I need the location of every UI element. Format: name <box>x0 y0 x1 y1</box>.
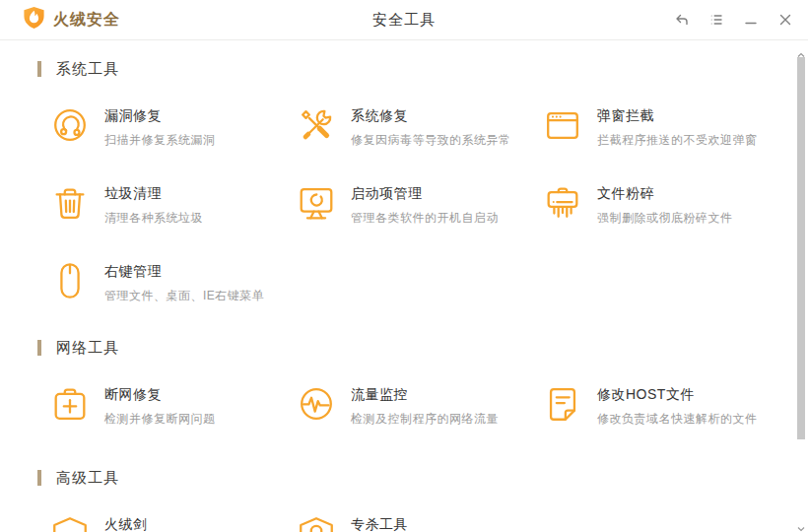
tool-item[interactable]: 垃圾清理清理各种系统垃圾 <box>49 182 296 227</box>
scrollbar-thumb[interactable] <box>797 57 805 439</box>
menu-button[interactable] <box>699 0 733 39</box>
tool-title: 文件粉碎 <box>597 185 733 203</box>
close-button[interactable] <box>768 0 802 39</box>
tool-desc: 修复因病毒等导致的系统异常 <box>351 132 511 149</box>
network-repair-icon <box>49 383 91 425</box>
popup-blocker-icon <box>542 104 583 146</box>
section: 系统工具漏洞修复扫描并修复系统漏洞系统修复修复因病毒等导致的系统异常弹窗拦截拦截… <box>37 59 794 338</box>
section-header: 高级工具 <box>37 468 794 488</box>
brand: 火绒安全 <box>0 5 120 34</box>
tool-title: 修改HOST文件 <box>597 386 758 404</box>
tool-desc: 管理文件、桌面、IE右键菜单 <box>104 288 264 304</box>
tool-title: 启动项管理 <box>351 185 499 203</box>
tool-desc: 强制删除或彻底粉碎文件 <box>597 210 733 227</box>
tool-text: 文件粉碎强制删除或彻底粉碎文件 <box>597 182 733 227</box>
tool-item[interactable]: 系统修复修复因病毒等导致的系统异常 <box>296 104 542 149</box>
tool-title: 火绒剑 <box>104 516 148 532</box>
tool-text: 垃圾清理清理各种系统垃圾 <box>104 182 203 227</box>
brand-name: 火绒安全 <box>53 10 120 31</box>
tool-title: 漏洞修复 <box>104 107 216 125</box>
tool-text: 系统修复修复因病毒等导致的系统异常 <box>351 104 511 149</box>
tools-list: 系统工具漏洞修复扫描并修复系统漏洞系统修复修复因病毒等导致的系统异常弹窗拦截拦截… <box>0 40 808 532</box>
traffic-monitor-icon <box>296 383 337 425</box>
file-shredder-icon <box>542 182 583 224</box>
minimize-button[interactable] <box>733 0 768 39</box>
section-items: 断网修复检测并修复断网问题流量监控检测及控制程序的网络流量修改HOST文件修改负… <box>37 383 794 461</box>
tool-item[interactable]: 文件粉碎强制删除或彻底粉碎文件 <box>542 182 788 227</box>
back-button[interactable] <box>664 0 699 39</box>
special-kill-icon <box>296 513 337 532</box>
tool-text: 右键管理管理文件、桌面、IE右键菜单 <box>104 260 264 304</box>
tool-item[interactable]: 火绒剑 <box>49 513 296 532</box>
section-accent-bar <box>37 340 41 356</box>
host-file-icon <box>542 383 583 425</box>
tool-title: 垃圾清理 <box>104 185 203 203</box>
tool-title: 断网修复 <box>104 386 216 404</box>
huorong-sword-icon <box>49 513 91 532</box>
tool-title: 流量监控 <box>351 386 499 404</box>
tool-desc: 检测并修复断网问题 <box>104 411 216 428</box>
tool-text: 启动项管理管理各类软件的开机自启动 <box>351 182 499 227</box>
tool-text: 漏洞修复扫描并修复系统漏洞 <box>104 104 216 149</box>
section: 高级工具火绒剑专杀工具 <box>37 468 794 532</box>
tool-item[interactable]: 专杀工具 <box>296 513 542 532</box>
tool-item[interactable]: 断网修复检测并修复断网问题 <box>49 383 296 428</box>
tool-desc: 检测及控制程序的网络流量 <box>351 411 499 428</box>
scroll-down-icon[interactable] <box>796 519 806 527</box>
junk-clean-icon <box>49 182 91 224</box>
scrollbar <box>794 41 808 532</box>
tool-item[interactable]: 流量监控检测及控制程序的网络流量 <box>296 383 542 428</box>
tool-text: 火绒剑 <box>104 513 148 532</box>
startup-manager-icon <box>296 182 337 224</box>
tool-text: 修改HOST文件修改负责域名快速解析的文件 <box>597 383 758 428</box>
huorong-security-window: 火绒安全 安全工具 <box>0 0 808 532</box>
tool-desc: 拦截程序推送的不受欢迎弹窗 <box>597 132 758 149</box>
system-repair-icon <box>296 104 337 146</box>
tool-item[interactable]: 右键管理管理文件、桌面、IE右键菜单 <box>49 260 296 304</box>
back-icon <box>674 12 690 28</box>
tool-desc: 扫描并修复系统漏洞 <box>104 132 216 149</box>
vulnerability-fix-icon <box>49 104 91 146</box>
close-icon <box>777 12 793 28</box>
tool-item[interactable]: 修改HOST文件修改负责域名快速解析的文件 <box>542 383 788 428</box>
section: 网络工具断网修复检测并修复断网问题流量监控检测及控制程序的网络流量修改HOST文… <box>37 338 794 461</box>
menu-list-icon <box>708 12 724 28</box>
tool-title: 弹窗拦截 <box>597 107 758 125</box>
titlebar: 火绒安全 安全工具 <box>0 0 808 40</box>
scroll-up-icon[interactable] <box>796 45 806 53</box>
section-title: 高级工具 <box>56 469 119 488</box>
section-accent-bar <box>37 470 41 486</box>
huorong-logo-icon <box>22 5 46 34</box>
tool-title: 专杀工具 <box>351 516 408 532</box>
section-items: 火绒剑专杀工具 <box>37 513 794 532</box>
tool-desc: 管理各类软件的开机自启动 <box>351 210 499 227</box>
tool-title: 系统修复 <box>351 107 511 125</box>
section-header: 系统工具 <box>37 59 794 79</box>
minimize-icon <box>743 12 759 28</box>
tool-desc: 清理各种系统垃圾 <box>104 210 203 227</box>
tool-title: 右键管理 <box>104 263 264 281</box>
tool-text: 专杀工具 <box>351 513 408 532</box>
tool-item[interactable]: 启动项管理管理各类软件的开机自启动 <box>296 182 542 227</box>
tool-text: 断网修复检测并修复断网问题 <box>104 383 216 428</box>
context-menu-manager-icon <box>49 260 91 301</box>
tool-item[interactable]: 弹窗拦截拦截程序推送的不受欢迎弹窗 <box>542 104 788 149</box>
tool-text: 流量监控检测及控制程序的网络流量 <box>351 383 499 428</box>
tool-desc: 修改负责域名快速解析的文件 <box>597 411 758 428</box>
section-accent-bar <box>37 61 41 77</box>
tool-text: 弹窗拦截拦截程序推送的不受欢迎弹窗 <box>597 104 758 149</box>
section-header: 网络工具 <box>37 338 794 358</box>
section-items: 漏洞修复扫描并修复系统漏洞系统修复修复因病毒等导致的系统异常弹窗拦截拦截程序推送… <box>37 104 794 338</box>
window-controls <box>664 0 808 39</box>
tool-item[interactable]: 漏洞修复扫描并修复系统漏洞 <box>49 104 296 149</box>
section-title: 系统工具 <box>56 60 119 79</box>
section-title: 网络工具 <box>56 339 119 358</box>
